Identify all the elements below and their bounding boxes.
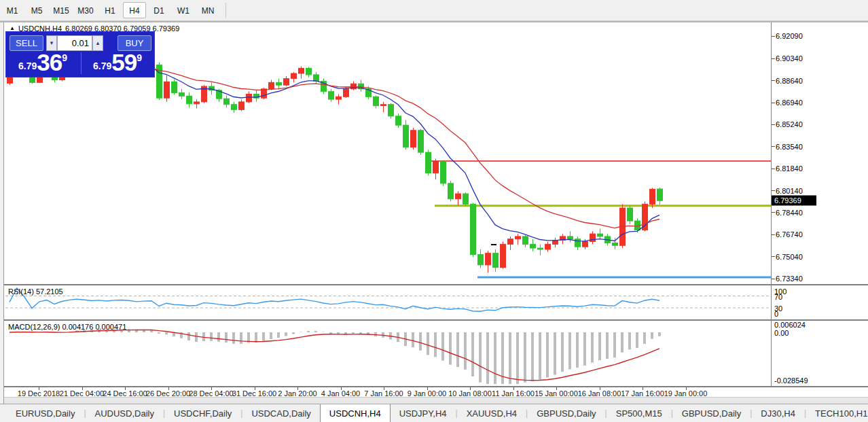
candle-body bbox=[478, 255, 484, 265]
chart-tab-usdcnh-h4[interactable]: USDCNH,H4 bbox=[320, 404, 391, 422]
time-axis-label: 24 Dec 16:00 bbox=[103, 389, 147, 398]
chart-tab-usdjpy-h4[interactable]: USDJPY,H4 bbox=[391, 404, 456, 422]
time-axis-label: 21 Dec 04:00 bbox=[60, 389, 104, 398]
candle-body bbox=[418, 130, 424, 152]
time-axis-label: 10 Jan 08:00 bbox=[448, 389, 492, 398]
timeframe-button-m30[interactable]: M30 bbox=[74, 2, 97, 18]
timeframe-button-m5[interactable]: M5 bbox=[25, 2, 48, 18]
candle-body bbox=[650, 189, 655, 204]
candle-body bbox=[628, 208, 633, 221]
ma-slow-line bbox=[10, 68, 659, 228]
chart-tab-usdcad-daily[interactable]: USDCAD,Daily bbox=[242, 404, 319, 422]
candle-body bbox=[329, 92, 334, 99]
chart-tab-gbpusd-daily[interactable]: GBPUSD,Daily bbox=[528, 404, 604, 422]
timeframe-button-m15[interactable]: M15 bbox=[50, 2, 73, 18]
candle-body bbox=[276, 82, 282, 85]
sell-price-display[interactable]: 6.79 36 9 bbox=[7, 51, 78, 74]
candle-body bbox=[291, 73, 297, 79]
candle-body bbox=[172, 82, 177, 92]
time-axis-label: 19 Jan 00:00 bbox=[664, 389, 708, 398]
timeframe-button-d1[interactable]: D1 bbox=[147, 2, 170, 18]
chart-tab-audusd-daily[interactable]: AUDUSD,Daily bbox=[86, 404, 163, 422]
candle-body bbox=[164, 82, 170, 98]
candle-body bbox=[426, 152, 431, 173]
timeframe-button-m1[interactable]: M1 bbox=[1, 2, 24, 18]
time-axis-label: 7 Jan 16:00 bbox=[364, 389, 403, 398]
buy-price-integer: 6.79 bbox=[93, 60, 111, 71]
toolbar-separator bbox=[225, 3, 226, 18]
candle-body bbox=[508, 239, 513, 245]
current-price-badge: 6.79369 bbox=[772, 196, 816, 206]
price-axis-tick bbox=[772, 169, 775, 169]
chart-tab-eurusd-daily[interactable]: EURUSD,Daily bbox=[7, 404, 84, 422]
time-axis-label: 26 Dec 20:00 bbox=[146, 389, 190, 398]
macd-label: MACD(12,26,9) 0.004176 0.000471 bbox=[8, 323, 126, 331]
price-axis-tick bbox=[772, 80, 775, 81]
price-axis-tick bbox=[772, 103, 775, 103]
chart-tab-tech100-h1[interactable]: TECH100,H1 bbox=[806, 404, 868, 422]
time-axis-label: 31 Dec 16:00 bbox=[232, 389, 276, 398]
candle-body bbox=[530, 244, 536, 248]
sell-price-pips: 36 bbox=[37, 51, 62, 74]
candle-body bbox=[463, 194, 469, 204]
price-axis-label: 6.81840 bbox=[776, 164, 803, 173]
time-axis-label: 11 Jan 16:00 bbox=[492, 389, 535, 398]
price-axis-tick bbox=[772, 212, 775, 213]
candle-body bbox=[493, 253, 499, 268]
rsi-axis-label: 70 bbox=[774, 293, 782, 301]
candle-body bbox=[224, 99, 230, 105]
candle-body bbox=[411, 130, 416, 147]
chart-tab-gbpusd-daily[interactable]: GBPUSD,Daily bbox=[673, 404, 750, 422]
one-click-trading-panel: SELL ▾ 0.01 ▴ BUY 6.79 36 9 6.79 59 9 bbox=[5, 31, 155, 77]
chart-tab-xauusd-h4[interactable]: XAUUSD,H4 bbox=[458, 404, 526, 422]
chart-tab-sp500-m15[interactable]: SP500,M15 bbox=[607, 404, 671, 422]
candle-body bbox=[239, 102, 245, 109]
candle-body bbox=[501, 244, 506, 267]
timeframe-button-h1[interactable]: H1 bbox=[98, 2, 122, 18]
price-axis-tick bbox=[772, 146, 775, 147]
timeframe-button-h4[interactable]: H4 bbox=[123, 2, 146, 18]
candle-body bbox=[486, 253, 491, 265]
price-axis-tick bbox=[772, 124, 775, 125]
price-axis-label: 6.86940 bbox=[776, 99, 803, 107]
timeframe-toolbar: M1M5M15M30H1H4D1W1MN bbox=[0, 0, 868, 21]
buy-price-point: 9 bbox=[137, 52, 142, 63]
price-axis-label: 6.83540 bbox=[776, 143, 803, 151]
candle-body bbox=[187, 96, 192, 103]
macd-axis-label: 0.00 bbox=[774, 329, 789, 337]
candle-body bbox=[381, 105, 386, 106]
sell-price-integer: 6.79 bbox=[18, 60, 37, 71]
candle-body bbox=[396, 116, 401, 125]
buy-price-display[interactable]: 6.79 59 9 bbox=[82, 51, 153, 74]
trade-panel-divider bbox=[81, 52, 82, 74]
time-axis-label: 15 Jan 00:00 bbox=[535, 389, 578, 398]
macd-axis-label: 0.006024 bbox=[774, 321, 806, 329]
time-axis-label: 2 Jan 20:00 bbox=[278, 389, 317, 398]
candle-body bbox=[194, 102, 200, 104]
candle-body bbox=[374, 96, 379, 105]
volume-input[interactable]: 0.01 bbox=[57, 35, 92, 51]
panel-divider bbox=[4, 386, 868, 387]
collapse-panel-triangle-icon[interactable]: ▲ bbox=[10, 26, 15, 31]
price-axis-label: 6.78440 bbox=[776, 209, 803, 217]
symbol-tab-bar: EURUSD,Daily|AUDUSD,Daily|USDCHF,Daily|U… bbox=[0, 404, 868, 422]
candle-body bbox=[306, 68, 312, 75]
timeframe-button-w1[interactable]: W1 bbox=[172, 2, 195, 18]
volume-increase-button[interactable]: ▴ bbox=[92, 35, 103, 51]
chart-tab-usdchf-daily[interactable]: USDCHF,Daily bbox=[165, 404, 240, 422]
panel-divider[interactable] bbox=[4, 319, 868, 321]
rsi-axis-label: 0 bbox=[774, 310, 778, 318]
timeframe-button-mn[interactable]: MN bbox=[196, 2, 219, 18]
candle-body bbox=[568, 236, 573, 239]
candle-body bbox=[314, 75, 319, 82]
candle-body bbox=[523, 236, 528, 244]
price-axis-label: 6.80140 bbox=[776, 187, 803, 195]
rsi-indicator-canvas[interactable] bbox=[4, 285, 771, 318]
candle-body bbox=[456, 194, 461, 199]
price-axis-label: 6.88640 bbox=[776, 77, 803, 85]
panel-divider[interactable] bbox=[4, 284, 868, 285]
candle-body bbox=[575, 239, 581, 247]
horizontal-scrollbar[interactable] bbox=[4, 397, 868, 404]
price-axis-label: 6.85240 bbox=[776, 120, 803, 128]
chart-tab-dj30-h4[interactable]: DJ30,H4 bbox=[752, 404, 804, 422]
